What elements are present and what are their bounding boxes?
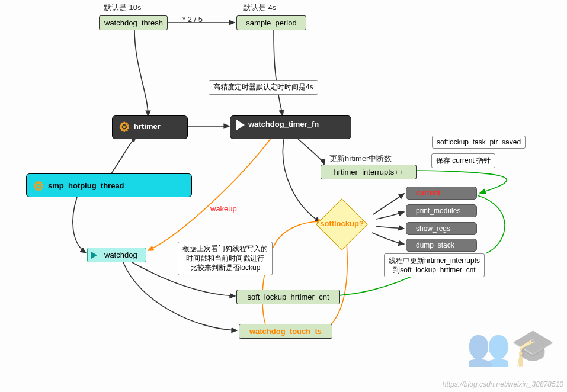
node-watchdog: watchdog (87, 248, 146, 262)
label-wakeup: wakeup (210, 204, 237, 213)
node-dump-stack: dump_stack (406, 239, 477, 252)
node-hrtimer-label: hrtimer (134, 122, 161, 131)
note-timer-default: 高精度定时器默认定时时间是4s (209, 80, 318, 95)
node-hrtimer-interrupts: hrtimer_interrupts++ (321, 165, 417, 179)
note-lockup-l1: 根据上次看门狗线程写入的 (182, 245, 268, 253)
note-thread-update: 线程中更新hrtimer_interrupts 到soft_lockup_hrt… (384, 253, 485, 277)
node-print-modules: print_modules (406, 204, 477, 217)
note-save-ptr: softlockup_task_ptr_saved (432, 136, 526, 149)
play-icon (91, 252, 97, 259)
node-current: current (406, 187, 477, 200)
note-save-current: 保存 current 指针 (431, 153, 495, 168)
watermark-text: https://blog.csdn.net/weixin_38878510 (443, 380, 563, 388)
node-watchdog-touch-ts: watchdog_touch_ts (239, 324, 332, 339)
node-watchdog-timer-fn: watchdog_timer_fn (230, 115, 351, 139)
node-soft-lockup-hrtimer-cnt: soft_lockup_hrtimer_cnt (236, 290, 340, 304)
watermark-graphic: 👥🎓 (466, 326, 555, 368)
diagram-canvas: 默认是 10s 默认是 4s * 2 / 5 watchdog_thresh s… (0, 0, 567, 392)
note-thread-update-l1: 线程中更新hrtimer_interrupts (389, 256, 480, 265)
node-smp-hotplug-thread-label: smp_hotplug_thread (48, 181, 124, 190)
node-watchdog-label: watchdog (104, 250, 137, 259)
note-lockup-judge: 根据上次看门狗线程写入的 时间戳和当前时间戳进行 比较来判断是否lockup (178, 242, 273, 275)
gear-icon: ⚙ (33, 179, 44, 194)
node-smp-hotplug-thread: ⚙smp_hotplug_thread (26, 173, 192, 197)
label-mult: * 2 / 5 (182, 15, 203, 24)
note-lockup-l2: 时间戳和当前时间戳进行 (186, 254, 264, 262)
node-watchdog-thresh: watchdog_thresh (99, 15, 168, 30)
node-show-regs: show_regs (406, 222, 477, 235)
gear-icon: ⚙ (118, 120, 130, 135)
note-thread-update-l2: 到soft_lockup_hrtimer_cnt (393, 266, 475, 274)
node-sample-period: sample_period (236, 15, 306, 30)
node-hrtimer: ⚙hrtimer (112, 115, 188, 139)
node-softlockup-label: softlockup? (315, 219, 369, 228)
label-default-4s: 默认是 4s (243, 2, 276, 13)
note-lockup-l3: 比较来判断是否lockup (190, 264, 261, 272)
label-default-10s: 默认是 10s (104, 2, 142, 13)
node-watchdog-timer-fn-label: watchdog_timer_fn (248, 120, 319, 128)
label-update-hrtimer: 更新hrtimer中断数 (329, 153, 392, 164)
play-icon (236, 120, 245, 130)
